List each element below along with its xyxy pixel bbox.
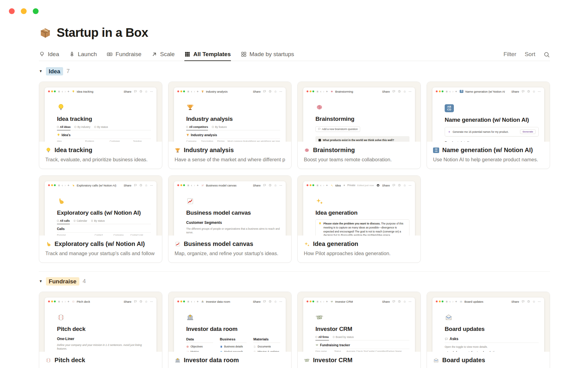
menu-icon: ≡	[317, 300, 318, 303]
template-card[interactable]: ≡‹›+Investor data roomShare☆⋯Investor da…	[168, 292, 292, 368]
view-icon	[212, 126, 214, 128]
tab-made-by-startups[interactable]: Made by startups	[241, 48, 294, 61]
chart-up-icon	[201, 184, 204, 187]
view-tabs: All competitorsBy feature	[186, 125, 280, 130]
bubble-gray-icon	[445, 337, 448, 341]
template-card[interactable]: ≡‹›+BrainstormingShare☆⋯BrainstormingAdd…	[297, 82, 421, 169]
back-icon: ‹	[62, 300, 63, 303]
search-icon	[544, 52, 550, 58]
minimize-button[interactable]	[21, 8, 27, 14]
mini-page-title: Industry analysis	[186, 116, 280, 122]
page: Startup in a Box Idea Launch Fundraise S…	[39, 0, 550, 368]
column-layout: DataObjectivesMetricsBusinessBusiness de…	[186, 337, 280, 352]
brain-icon	[304, 147, 310, 153]
view-tab: By status	[94, 125, 108, 130]
zoom-button[interactable]	[33, 8, 39, 14]
mini-tab-title: Idea tracking	[77, 90, 93, 93]
card-description: Map, organize, and refine your startup's…	[175, 251, 285, 256]
collection-title: Idea's	[57, 133, 151, 137]
call-hand-icon	[72, 184, 75, 187]
bubble-gray-icon	[263, 184, 266, 187]
doc-icon	[253, 345, 256, 348]
section-badge[interactable]: Idea	[46, 67, 63, 75]
column-header: Idea	[57, 140, 85, 142]
mini-window-body: Idea generationPlease state the problem …	[303, 197, 415, 236]
mini-window-body: Business model canvasCustomer SegmentsTh…	[174, 197, 286, 236]
sparkle-ai-icon	[448, 130, 451, 133]
forward-icon: ›	[194, 184, 195, 187]
forward-icon: ›	[323, 90, 324, 93]
close-button[interactable]	[9, 8, 15, 14]
sparkles-icon	[304, 241, 310, 247]
template-card[interactable]: ≡‹›+Exploratory calls (w/ Notion AI)Shar…	[39, 175, 162, 263]
trophy-icon	[201, 90, 204, 93]
mini-window-body: Industry analysisAll competitorsBy featu…	[174, 103, 286, 142]
template-card[interactable]: ≡‹›+Idea generationPrivateEdited just no…	[297, 175, 421, 263]
new-page-icon: +	[197, 90, 199, 93]
card-preview: ≡‹›+Idea generationPrivateEdited just no…	[298, 176, 420, 236]
section-badge[interactable]: Fundraise	[46, 277, 79, 286]
column: BusinessBusiness detailsMarket research	[220, 337, 247, 352]
star-icon: ☆	[145, 90, 148, 93]
card-caption: Industry analysisHave a sense of the mar…	[168, 142, 291, 163]
star-icon: ☆	[403, 184, 406, 187]
view-icon	[57, 220, 59, 222]
column-header: Purpose	[57, 234, 95, 236]
abcd-icon: ABCD	[445, 104, 454, 112]
mini-window-toolbar: ≡‹›+BrainstormingShare☆⋯	[303, 87, 415, 95]
filter-button[interactable]: Filter	[503, 51, 516, 58]
template-card[interactable]: ≡‹›+Idea trackingShare☆⋯Idea trackingAll…	[39, 82, 162, 169]
template-card[interactable]: ≡‹›+Investor CRMShare☆⋯Investor CRMAll f…	[297, 292, 421, 368]
section-count: 4	[83, 278, 86, 285]
mini-window-toolbar: ≡‹›+Pitch deckShare☆⋯	[45, 297, 156, 305]
star-icon: ☆	[403, 90, 406, 93]
tab-idea[interactable]: Idea	[39, 48, 59, 61]
page-icon	[315, 197, 409, 205]
page-header: Startup in a Box	[39, 0, 550, 40]
template-card[interactable]: ≡‹›+Pitch deckShare☆⋯Pitch deckOne-Liner…	[39, 292, 162, 368]
collapse-toggle-icon[interactable]: ▼	[39, 279, 43, 283]
template-card[interactable]: ≡‹›+Board updatesShare☆⋯Board updatesAsk…	[427, 292, 550, 368]
template-card[interactable]: ≡‹›+Business model canvasShare☆⋯Business…	[168, 175, 292, 263]
page-link: Documents	[253, 345, 280, 348]
clock-icon	[527, 300, 530, 303]
card-preview: ≡‹›+Business model canvasShare☆⋯Business…	[168, 176, 291, 236]
tab-all-templates[interactable]: All Templates	[184, 48, 231, 61]
back-icon: ‹	[62, 90, 63, 93]
column-header: Average Check Size	[346, 350, 367, 352]
column: DataObjectivesMetrics	[186, 337, 213, 352]
tab-launch[interactable]: Launch	[69, 48, 97, 61]
star-icon: ☆	[403, 300, 406, 303]
bank-icon	[201, 300, 204, 303]
search-button[interactable]	[544, 51, 550, 58]
brain-icon	[330, 90, 333, 93]
brain-icon	[315, 103, 323, 111]
column-header: Problem	[85, 140, 110, 142]
column-header: Where we lose	[264, 140, 280, 142]
mini-page-title: Pitch deck	[57, 326, 151, 332]
sort-button[interactable]: Sort	[525, 51, 535, 58]
mini-window-toolbar: ≡‹›+ABCDName generation (w/ Notion AI)Sh…	[432, 87, 544, 95]
tab-fundraise[interactable]: Fundraise	[107, 48, 141, 61]
template-card[interactable]: ≡‹›+ABCDName generation (w/ Notion AI)Sh…	[427, 82, 550, 169]
tab-scale[interactable]: Scale	[151, 48, 175, 61]
toggle-item: ▸Leads for a great director of marketing	[445, 351, 539, 352]
mini-tab-title: Idea generation	[335, 184, 341, 187]
menu-icon: ≡	[58, 90, 60, 93]
share-label: Share	[382, 300, 390, 303]
globe-icon	[220, 351, 223, 352]
more-icon: ⋯	[279, 300, 282, 303]
memo-icon	[253, 351, 256, 352]
clock-icon	[398, 184, 401, 187]
mini-subheading: One-Liner	[57, 337, 151, 341]
trophy-icon	[175, 147, 181, 153]
new-page-icon: +	[455, 300, 457, 303]
mini-traffic-lights	[307, 301, 314, 302]
share-label: Share	[124, 184, 131, 187]
collapse-toggle-icon[interactable]: ▼	[39, 69, 43, 73]
abcd-icon: ABCD	[460, 90, 463, 93]
column-header: Most common features	[228, 140, 249, 142]
ai-prompt-box: Generate me 15 potential names for my pr…	[445, 127, 539, 136]
view-icon	[186, 126, 188, 128]
template-card[interactable]: ≡‹›+Industry analysisShare☆⋯Industry ana…	[168, 82, 292, 169]
